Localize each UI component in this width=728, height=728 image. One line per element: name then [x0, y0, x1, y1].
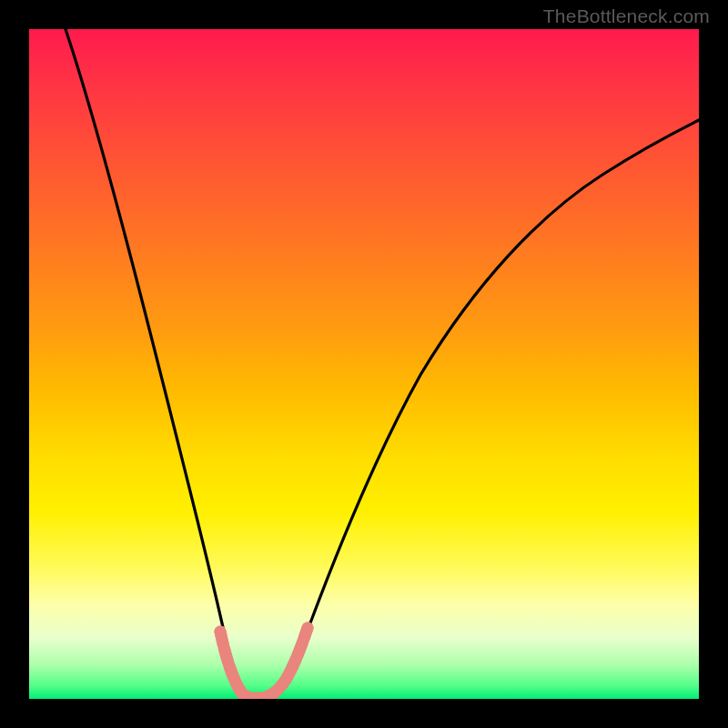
chart-frame: TheBottleneck.com: [0, 0, 728, 728]
gradient-background: [29, 29, 699, 699]
watermark-text: TheBottleneck.com: [543, 5, 710, 27]
